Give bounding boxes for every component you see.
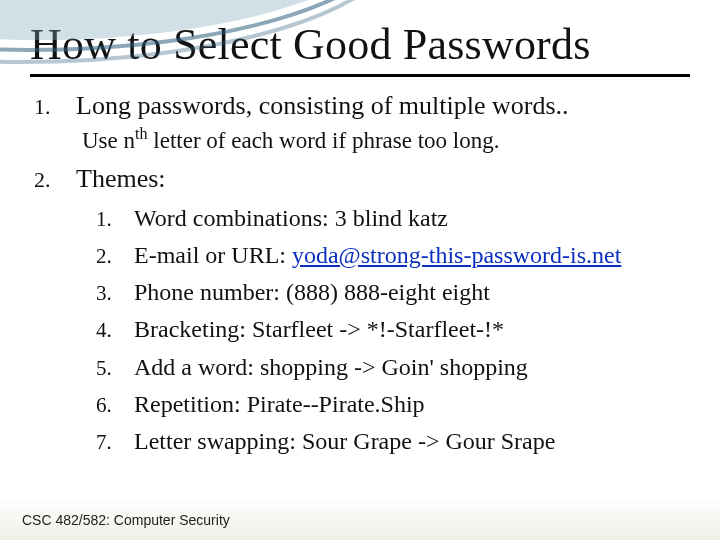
- sub-item-text: Letter swapping: Sour Grape -> Gour Srap…: [134, 423, 555, 460]
- sub-item-num: 3.: [96, 277, 134, 310]
- sub-item-text: Bracketing: Starfleet -> *!-Starfleet-!*: [134, 311, 504, 348]
- subline-post: letter of each word if phrase too long.: [148, 128, 500, 153]
- sub-item-num: 1.: [96, 203, 134, 236]
- sub-item-num: 2.: [96, 240, 134, 273]
- list-item-1-text: Long passwords, consisting of multiple w…: [76, 91, 569, 121]
- sub-item-prefix: E-mail or URL:: [134, 242, 292, 268]
- sub-item: 6. Repetition: Pirate--Pirate.Ship: [96, 386, 690, 423]
- list-item-1-subline: Use nth letter of each word if phrase to…: [82, 125, 690, 154]
- list-item-2-num: 2.: [30, 167, 76, 193]
- title-underline: [30, 74, 690, 77]
- main-list: 1. Long passwords, consisting of multipl…: [30, 91, 690, 460]
- themes-sublist: 1. Word combinations: 3 blind katz 2. E-…: [96, 200, 690, 460]
- subline-sup: th: [135, 125, 148, 142]
- sub-item: 7. Letter swapping: Sour Grape -> Gour S…: [96, 423, 690, 460]
- page-title: How to Select Good Passwords: [30, 22, 690, 68]
- sub-item: 3. Phone number: (888) 888-eight eight: [96, 274, 690, 311]
- list-item-2: 2. Themes:: [30, 164, 690, 194]
- email-link[interactable]: yoda@strong-this-password-is.net: [292, 242, 621, 268]
- slide: How to Select Good Passwords 1. Long pas…: [0, 0, 720, 540]
- footer-text: CSC 482/582: Computer Security: [22, 512, 230, 528]
- sub-item: 1. Word combinations: 3 blind katz: [96, 200, 690, 237]
- sub-item: 4. Bracketing: Starfleet -> *!-Starfleet…: [96, 311, 690, 348]
- sub-item-text: Word combinations: 3 blind katz: [134, 200, 448, 237]
- sub-item-text: E-mail or URL: yoda@strong-this-password…: [134, 237, 621, 274]
- sub-item-num: 7.: [96, 426, 134, 459]
- sub-item-num: 4.: [96, 314, 134, 347]
- list-item-2-text: Themes:: [76, 164, 166, 194]
- list-item-1-num: 1.: [30, 94, 76, 120]
- sub-item: 5. Add a word: shopping -> Goin' shoppin…: [96, 349, 690, 386]
- sub-item-num: 5.: [96, 352, 134, 385]
- sub-item-num: 6.: [96, 389, 134, 422]
- sub-item-text: Phone number: (888) 888-eight eight: [134, 274, 490, 311]
- subline-pre: Use n: [82, 128, 135, 153]
- list-item-1: 1. Long passwords, consisting of multipl…: [30, 91, 690, 121]
- sub-item: 2. E-mail or URL: yoda@strong-this-passw…: [96, 237, 690, 274]
- sub-item-text: Add a word: shopping -> Goin' shopping: [134, 349, 528, 386]
- sub-item-text: Repetition: Pirate--Pirate.Ship: [134, 386, 425, 423]
